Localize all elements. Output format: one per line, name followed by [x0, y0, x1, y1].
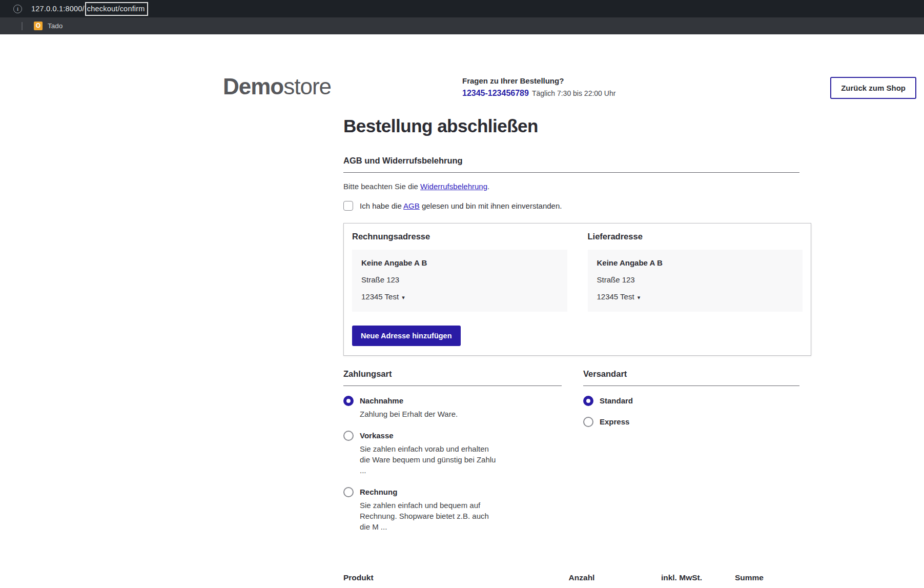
agb-label-prefix: Ich habe die: [360, 201, 403, 210]
payment-option-label: Vorkasse: [360, 431, 496, 441]
billing-name: Keine Angabe A B: [361, 258, 558, 267]
shipping-city: 12345 Test: [597, 292, 634, 301]
contact-phone-link[interactable]: 12345-123456789: [462, 89, 529, 97]
cart-table-header: Produkt Anzahl inkl. MwSt. Summe: [343, 573, 799, 588]
shipping-option-label: Express: [600, 417, 629, 427]
radio-standard[interactable]: [583, 396, 593, 406]
payment-option-rechnung[interactable]: Rechnung Sie zahlen einfach und bequem a…: [343, 487, 562, 532]
header-quantity: Anzahl: [533, 573, 630, 582]
address-panel: Rechnungsadresse Keine Angabe A B Straße…: [343, 223, 811, 356]
header-remove-spacer: [764, 573, 799, 582]
revocation-notice-prefix: Bitte beachten Sie die: [343, 182, 420, 191]
bookmark-favicon-icon: O: [34, 22, 43, 30]
contact-line: 12345-123456789Täglich 7:30 bis 22:00 Uh…: [462, 89, 615, 98]
checkout-main: Bestellung abschließen AGB und Widerrufs…: [343, 116, 799, 588]
contact-hours: Täglich 7:30 bis 22:00 Uhr: [532, 89, 615, 97]
billing-address-card: Keine Angabe A B Straße 123 12345 Test▾: [352, 250, 567, 312]
payment-section-title: Zahlungsart: [343, 369, 562, 386]
shipping-dropdown-caret-icon[interactable]: ▾: [638, 294, 641, 300]
radio-nachnahme[interactable]: [343, 396, 354, 406]
shipping-address-card: Keine Angabe A B Straße 123 12345 Test▾: [588, 250, 803, 312]
agb-section-title: AGB und Widerrufsbelehrung: [343, 156, 799, 173]
shop-header: Demostore Fragen zu Ihrer Bestellung? 12…: [0, 34, 924, 86]
agb-checkbox-row: Ich habe die AGB gelesen und bin mit ihn…: [343, 201, 799, 211]
payment-option-label: Nachnahme: [360, 396, 458, 406]
shipping-city-row: 12345 Test▾: [597, 292, 794, 301]
billing-street: Straße 123: [361, 275, 558, 284]
bookmark-tado[interactable]: Tado: [48, 22, 63, 30]
url-highlighted-path: checkout/confirm: [85, 2, 148, 16]
billing-address-title: Rechnungsadresse: [352, 232, 567, 241]
browser-url-bar: i 127.0.0.1:8000/checkout/confirm: [0, 0, 924, 17]
back-to-shop-button[interactable]: Zurück zum Shop: [830, 77, 916, 99]
agb-checkbox-label: Ich habe die AGB gelesen und bin mit ihn…: [360, 201, 562, 210]
contact-block: Fragen zu Ihrer Bestellung? 12345-123456…: [462, 76, 615, 98]
payment-option-description: Zahlung bei Erhalt der Ware.: [360, 409, 458, 419]
site-info-icon[interactable]: i: [13, 5, 22, 13]
add-address-button[interactable]: Neue Adresse hinzufügen: [352, 326, 461, 346]
logo-light-part: store: [283, 74, 331, 99]
page-title: Bestellung abschließen: [343, 116, 799, 136]
shipping-name: Keine Angabe A B: [597, 258, 794, 267]
payment-option-label: Rechnung: [360, 487, 489, 497]
revocation-notice-suffix: .: [487, 182, 489, 191]
revocation-notice: Bitte beachten Sie die Widerrufsbelehrun…: [343, 182, 799, 191]
payment-option-vorkasse[interactable]: Vorkasse Sie zahlen einfach vorab und er…: [343, 431, 562, 476]
shipping-section: Versandart Standard Express: [583, 369, 799, 532]
payment-option-description: Sie zahlen einfach vorab und erhalten di…: [360, 443, 496, 476]
billing-address-column: Rechnungsadresse Keine Angabe A B Straße…: [352, 232, 567, 312]
bookmarks-divider: [22, 22, 23, 30]
radio-rechnung[interactable]: [343, 487, 354, 497]
cart-table: Produkt Anzahl inkl. MwSt. Summe: [343, 573, 799, 588]
billing-city-row: 12345 Test▾: [361, 292, 558, 301]
header-tax: inkl. MwSt.: [630, 573, 702, 582]
agb-link[interactable]: AGB: [403, 201, 420, 210]
billing-city: 12345 Test: [361, 292, 399, 301]
payment-option-description: Sie zahlen einfach und bequem auf Rechnu…: [360, 500, 489, 532]
header-product: Produkt: [343, 573, 533, 582]
radio-express[interactable]: [583, 417, 593, 427]
logo-bold-part: Demo: [223, 74, 283, 99]
header-sum: Summe: [702, 573, 764, 582]
url-prefix: 127.0.0.1:8000/: [31, 5, 85, 13]
shop-logo[interactable]: Demostore: [223, 74, 331, 99]
bookmarks-bar: O Tado: [0, 17, 924, 34]
shipping-address-title: Lieferadresse: [588, 232, 803, 241]
contact-title: Fragen zu Ihrer Bestellung?: [462, 76, 615, 85]
payment-option-nachnahme[interactable]: Nachnahme Zahlung bei Erhalt der Ware.: [343, 396, 562, 419]
url-text[interactable]: 127.0.0.1:8000/checkout/confirm: [31, 5, 148, 13]
payment-section: Zahlungsart Nachnahme Zahlung bei Erhalt…: [343, 369, 562, 532]
agb-label-suffix: gelesen und bin mit ihnen einverstanden.: [420, 201, 562, 210]
billing-dropdown-caret-icon[interactable]: ▾: [402, 294, 405, 300]
shipping-section-title: Versandart: [583, 369, 799, 386]
shipping-address-column: Lieferadresse Keine Angabe A B Straße 12…: [588, 232, 803, 312]
shipping-option-express[interactable]: Express: [583, 417, 799, 427]
shipping-option-standard[interactable]: Standard: [583, 396, 799, 406]
shipping-street: Straße 123: [597, 275, 794, 284]
agb-checkbox[interactable]: [343, 201, 353, 211]
shipping-option-label: Standard: [600, 396, 633, 406]
radio-vorkasse[interactable]: [343, 431, 354, 441]
revocation-link[interactable]: Widerrufsbelehrung: [420, 182, 487, 191]
